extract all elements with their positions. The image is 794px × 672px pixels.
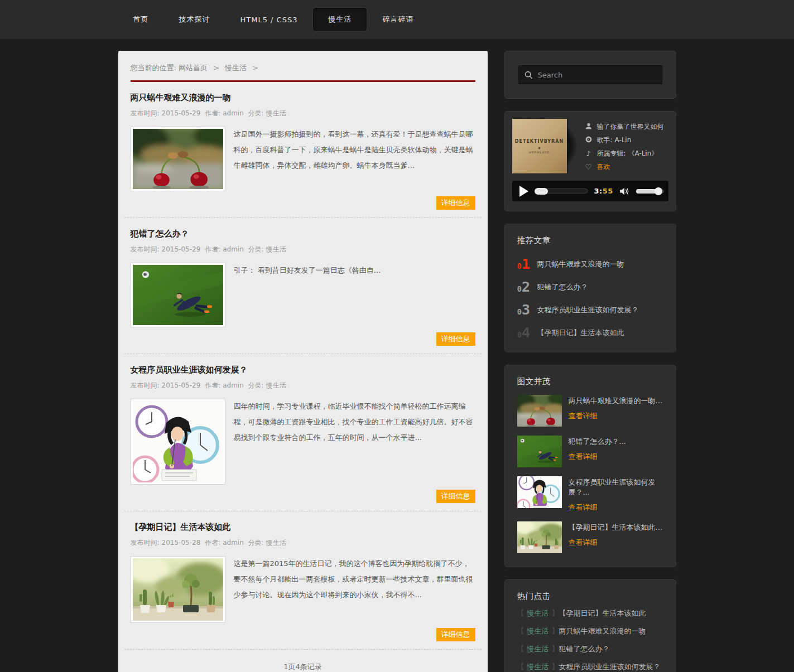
article-thumbnail-plants[interactable]: [131, 556, 225, 623]
rank-number: 02: [517, 280, 537, 294]
article-item: 两只蜗牛艰难又浪漫的一吻 发布时间:2015-05-29 作者:admin 分类…: [124, 82, 482, 218]
volume-knob[interactable]: [655, 187, 662, 195]
meta-author-label: 作者:: [205, 381, 220, 389]
meta-category: 慢生活: [266, 539, 286, 547]
hot-item[interactable]: 【慢生活】犯错了怎么办？: [517, 644, 663, 654]
pic-item-title[interactable]: 犯错了怎么办？...: [569, 437, 626, 447]
sidebar: DETEKTIVBYRÅN ◆ WERMLAND 输了你赢了世界又如何: [504, 51, 676, 672]
meta-author-label: 作者:: [205, 109, 220, 117]
hot-clicks-title: 热门点击: [505, 580, 676, 606]
hot-item[interactable]: 【慢生活】两只蜗牛艰难又浪漫的一吻: [517, 626, 663, 636]
hot-item-title[interactable]: 两只蜗牛艰难又浪漫的一吻: [559, 627, 646, 635]
chevron-right-icon: >: [252, 64, 258, 72]
hot-item-title[interactable]: 犯错了怎么办？: [559, 645, 610, 653]
volume-slider[interactable]: [636, 189, 664, 194]
nav-item-fragments[interactable]: 碎言碎语: [367, 8, 429, 31]
category-tag[interactable]: 慢生活: [527, 609, 549, 617]
article-title[interactable]: 女程序员职业生涯该如何发展？: [131, 365, 475, 375]
category-tag[interactable]: 慢生活: [527, 663, 549, 671]
rank-number: 03: [517, 303, 537, 317]
time-current: 3:: [594, 187, 603, 195]
player-controls: 3:55: [512, 181, 668, 201]
meta-date-label: 发布时间:: [131, 245, 160, 253]
detail-button[interactable]: 详细信息: [436, 196, 475, 210]
music-note-icon: ♪: [585, 149, 593, 158]
article-meta: 发布时间:2015-05-29 作者:admin 分类:慢生活: [131, 245, 475, 254]
hot-item[interactable]: 【慢生活】女程序员职业生涯该如何发展？: [517, 662, 663, 672]
category-tag[interactable]: 慢生活: [527, 627, 549, 635]
album-cover-subtitle: WERMLAND: [529, 151, 550, 154]
rank-number: 01: [517, 257, 537, 271]
artist-label: 歌手:: [597, 136, 613, 145]
meta-category-label: 分类:: [248, 539, 264, 547]
pic-item: 犯错了怎么办？... 查看详细: [517, 436, 663, 467]
view-detail-link[interactable]: 查看详细: [569, 502, 598, 513]
recommend-item[interactable]: 02 犯错了怎么办？: [505, 275, 676, 298]
pic-item-title[interactable]: 女程序员职业生涯该如何发展？...: [569, 477, 663, 497]
pic-thumbnail-snails[interactable]: [517, 395, 562, 427]
meta-category-label: 分类:: [248, 109, 264, 117]
recommend-item-title[interactable]: 两只蜗牛艰难又浪漫的一吻: [537, 259, 624, 269]
nav-item-home[interactable]: 首页: [118, 8, 164, 31]
recommend-item-title[interactable]: 女程序员职业生涯该如何发展？: [537, 305, 639, 315]
recommend-item-title[interactable]: 【孕期日记】生活本该如此: [537, 328, 624, 338]
pic-item-title[interactable]: 【孕期日记】生活本该如此...: [569, 523, 662, 533]
heart-icon[interactable]: ♡: [585, 163, 593, 171]
pic-thumbnail-soccer[interactable]: [517, 436, 562, 467]
detail-button[interactable]: 详细信息: [436, 490, 475, 503]
play-icon[interactable]: [519, 186, 528, 197]
album-cover-dot: ◆: [538, 146, 541, 149]
view-detail-link[interactable]: 查看详细: [569, 452, 598, 462]
hot-item-title[interactable]: 【孕期日记】生活本该如此: [559, 609, 646, 617]
bracket-left: 【: [517, 609, 524, 617]
nav-item-tech[interactable]: 技术探讨: [164, 8, 225, 31]
detail-button[interactable]: 详细信息: [436, 332, 475, 346]
album-cover-title: DETEKTIVBYRÅN: [515, 139, 564, 144]
article-title[interactable]: 【孕期日记】生活本该如此: [131, 522, 475, 533]
pics-widget: 图文并茂 两只蜗牛艰难又浪漫的一吻... 查看详细 犯错了怎么办？...: [504, 365, 676, 567]
recommend-item[interactable]: 01 两只蜗牛艰难又浪漫的一吻: [505, 253, 676, 275]
hot-item[interactable]: 【慢生活】【孕期日记】生活本该如此: [517, 608, 663, 618]
article-thumbnail-soccer[interactable]: [131, 263, 225, 327]
detail-button[interactable]: 详细信息: [436, 628, 475, 641]
meta-date: 2015-05-29: [162, 109, 201, 117]
nav-item-html5css3[interactable]: HTML5 / CSS3: [225, 9, 313, 31]
meta-category-label: 分类:: [248, 245, 264, 253]
view-detail-link[interactable]: 查看详细: [569, 538, 598, 548]
progress-knob[interactable]: [535, 188, 548, 195]
meta-category: 慢生活: [266, 109, 286, 117]
album-name: 《A-Lin》: [628, 149, 658, 158]
pic-item-title[interactable]: 两只蜗牛艰难又浪漫的一吻...: [569, 396, 662, 406]
pic-thumbnail-clocks[interactable]: [517, 476, 562, 508]
recommend-item[interactable]: 03 女程序员职业生涯该如何发展？: [505, 298, 676, 321]
search-input[interactable]: [538, 71, 656, 79]
view-detail-link[interactable]: 查看详细: [569, 411, 598, 421]
breadcrumb-link-slowlife[interactable]: 慢生活: [225, 64, 247, 72]
article-title[interactable]: 犯错了怎么办？: [131, 229, 475, 239]
article-title[interactable]: 两只蜗牛艰难又浪漫的一吻: [131, 93, 475, 103]
search-icon: [524, 71, 533, 79]
recommend-item[interactable]: 04 【孕期日记】生活本该如此: [505, 321, 676, 344]
meta-author-label: 作者:: [205, 539, 220, 547]
speaker-icon[interactable]: [619, 187, 630, 196]
article-thumbnail-clocks[interactable]: [131, 399, 225, 485]
pic-thumbnail-plants[interactable]: [517, 521, 562, 553]
album-label: 所属专辑:: [597, 149, 626, 158]
article-excerpt: 四年的时间，学习专业课程，临近毕业恨不能找个简单轻松的工作远离编程，可是微薄的工…: [234, 399, 475, 485]
hot-clicks-widget: 热门点击 【慢生活】【孕期日记】生活本该如此 【慢生活】两只蜗牛艰难又浪漫的一吻…: [504, 579, 676, 672]
artist-line: 歌手: A-Lin: [585, 133, 664, 147]
bracket-left: 【: [517, 663, 524, 671]
like-button[interactable]: 喜欢: [597, 162, 610, 172]
category-tag[interactable]: 慢生活: [527, 645, 549, 653]
progress-bar[interactable]: [535, 188, 588, 194]
article-thumbnail-snails[interactable]: [131, 127, 225, 191]
recommend-widget: 推荐文章 01 两只蜗牛艰难又浪漫的一吻 02 犯错了怎么办？ 03 女程序员职…: [504, 224, 676, 352]
hot-item-title[interactable]: 女程序员职业生涯该如何发展？: [559, 663, 661, 671]
breadcrumb-link-home[interactable]: 网站首页: [179, 64, 208, 72]
nav-item-slowlife[interactable]: 慢生活: [312, 7, 367, 32]
site-header: 首页 技术探讨 HTML5 / CSS3 慢生活 碎言碎语: [0, 0, 794, 39]
meta-category-label: 分类:: [248, 381, 264, 389]
article-meta: 发布时间:2015-05-29 作者:admin 分类:慢生活: [131, 381, 475, 390]
recommend-item-title[interactable]: 犯错了怎么办？: [537, 282, 588, 292]
like-line: ♡ 喜欢: [585, 160, 664, 173]
